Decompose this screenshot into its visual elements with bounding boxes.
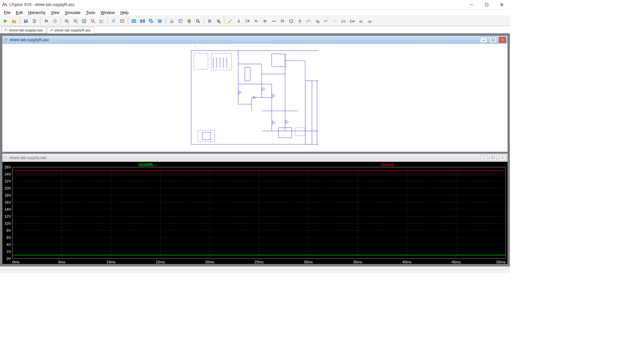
ytick-label: 26V (4, 165, 11, 169)
svg-rect-50 (217, 19, 219, 20)
text-icon[interactable]: Aa (357, 17, 365, 25)
child-close-button[interactable] (499, 155, 506, 161)
child-minimize-button[interactable] (480, 37, 487, 43)
xtick-label: 20ms (205, 260, 214, 264)
drag-icon[interactable] (313, 17, 321, 25)
svg-line-23 (94, 22, 95, 23)
schematic-window-titlebar[interactable]: elvee-lab-supplyR.asc (2, 36, 507, 44)
undo-icon[interactable] (322, 17, 330, 25)
redo-icon[interactable] (331, 17, 339, 25)
child-maximize-button[interactable] (489, 155, 497, 161)
svg-point-10 (34, 22, 35, 23)
svg-point-51 (219, 22, 221, 23)
minimize-button[interactable] (464, 0, 479, 9)
simulate-run-icon[interactable] (42, 17, 50, 25)
ytick-label: 20V (4, 186, 11, 190)
ytick-label: 24V (4, 172, 11, 176)
menu-view[interactable]: View (48, 10, 62, 15)
waveform-plot: 0V2V4V6V8V10V12V14V16V18V20V22V24V26V0ms… (2, 162, 507, 264)
schematic-icon (4, 38, 8, 43)
window-title: LTspice XVII - elvee-lab-supplyR.asc (9, 2, 75, 7)
wire-icon[interactable] (226, 17, 234, 25)
autoscale-icon[interactable] (98, 17, 106, 25)
menu-help[interactable]: Help (118, 10, 131, 15)
spice-directive-icon[interactable]: .op (366, 17, 374, 25)
child-close-button[interactable] (499, 37, 506, 43)
inductor-icon[interactable] (270, 17, 278, 25)
svg-line-45 (199, 22, 200, 23)
schematic-canvas[interactable]: .tran ..................................… (2, 44, 507, 152)
label-icon[interactable] (244, 17, 252, 25)
cut-icon[interactable] (168, 17, 176, 25)
svg-rect-92 (272, 54, 285, 67)
svg-rect-27 (131, 19, 136, 21)
waveform-window-titlebar[interactable]: elvee-lab-supply.raw (2, 154, 507, 162)
capacitor-icon[interactable] (261, 17, 269, 25)
trace-label[interactable]: V(n029) (138, 162, 153, 167)
copy-icon[interactable] (176, 17, 184, 25)
move-icon[interactable] (305, 17, 313, 25)
menu-tools[interactable]: Tools (83, 10, 98, 15)
zoom-fit-icon[interactable] (80, 17, 88, 25)
xtick-label: 30ms (304, 260, 313, 264)
maximize-button[interactable] (479, 0, 494, 9)
mirror-icon[interactable]: E⇄ (348, 17, 356, 25)
doctab-1[interactable]: elvee-lab-supplyR.asc (47, 27, 95, 33)
titlebar: LTspice XVII - elvee-lab-supplyR.asc (0, 0, 510, 9)
trace-label[interactable]: V(vout) (380, 162, 394, 167)
print-setup-icon[interactable] (214, 17, 222, 25)
menu-edit[interactable]: Edit (13, 10, 25, 15)
zoom-out-icon[interactable] (71, 17, 79, 25)
component-icon[interactable] (287, 17, 295, 25)
setup-icon[interactable] (118, 17, 126, 25)
waveform-canvas[interactable]: 0V2V4V6V8V10V12V14V16V18V20V22V24V26V0ms… (2, 162, 507, 264)
diode-icon[interactable] (278, 17, 286, 25)
paste-icon[interactable] (185, 17, 193, 25)
svg-point-11 (45, 22, 46, 23)
toolbar: E↻E⇄Aa.op (0, 16, 510, 26)
title-file: elvee-lab-supplyR.asc (35, 2, 74, 7)
menu-window[interactable]: Window (98, 10, 118, 15)
child-maximize-button[interactable] (489, 37, 497, 43)
svg-rect-6 (25, 20, 27, 21)
zoom-back-icon[interactable] (89, 17, 97, 25)
close-all-icon[interactable] (156, 17, 164, 25)
svg-marker-4 (4, 19, 7, 23)
ytick-label: 6V (7, 235, 11, 239)
find-icon[interactable] (194, 17, 202, 25)
halt-icon[interactable] (51, 17, 59, 25)
menu-simulate[interactable]: Simulate (62, 10, 83, 15)
menu-hierarchy[interactable]: Hierarchy (25, 10, 48, 15)
control-panel-icon[interactable] (31, 17, 39, 25)
toolbar-separator (224, 17, 224, 25)
tile-vert-icon[interactable] (139, 17, 147, 25)
netname-icon[interactable] (296, 17, 304, 25)
svg-rect-48 (209, 22, 211, 23)
ground-icon[interactable] (235, 17, 243, 25)
open-icon[interactable] (10, 17, 18, 25)
toolbar-separator (204, 17, 204, 25)
svg-rect-7 (25, 21, 26, 22)
menubar: FileEditHierarchyViewSimulateToolsWindow… (0, 9, 510, 16)
zoom-in-icon[interactable] (63, 17, 71, 25)
statusbar (0, 266, 510, 273)
rotate-icon[interactable]: E↻ (339, 17, 347, 25)
svg-marker-62 (281, 20, 283, 22)
cascade-icon[interactable] (147, 17, 155, 25)
svg-point-52 (228, 22, 229, 23)
save-icon[interactable] (22, 17, 30, 25)
pick-visible-icon[interactable] (109, 17, 117, 25)
print-icon[interactable] (206, 17, 214, 25)
svg-line-14 (67, 22, 69, 23)
child-minimize-button[interactable] (480, 155, 487, 161)
close-button[interactable] (494, 0, 509, 9)
run-icon[interactable] (1, 17, 9, 25)
resistor-icon[interactable] (252, 17, 260, 25)
tile-horiz-icon[interactable] (130, 17, 138, 25)
document-tabs: elvee-lab-supply.rawelvee-lab-supplyR.as… (0, 26, 510, 33)
svg-rect-28 (131, 21, 136, 23)
menu-file[interactable]: File (1, 10, 13, 15)
doctab-0[interactable]: elvee-lab-supply.raw (1, 26, 46, 33)
ytick-label: 0V (7, 257, 11, 261)
xtick-label: 35ms (353, 260, 362, 264)
